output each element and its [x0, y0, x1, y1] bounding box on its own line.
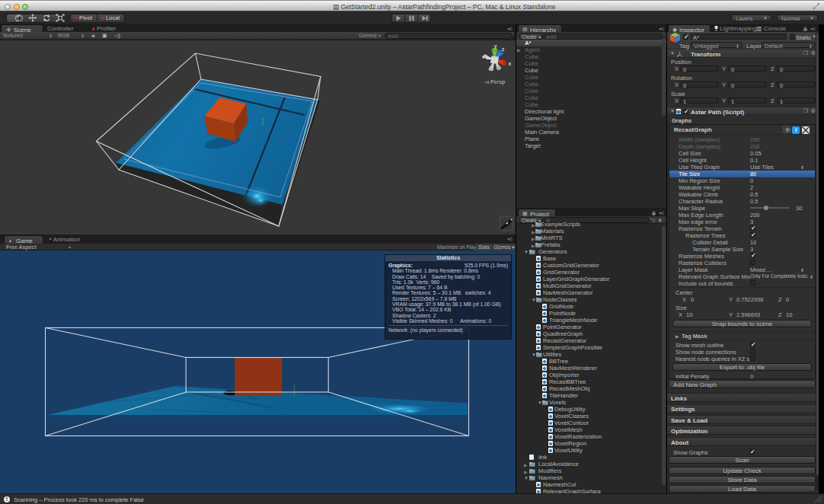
svg-text:y: y [494, 43, 497, 49]
svg-text:◅ Persp: ◅ Persp [484, 79, 506, 85]
svg-text:x: x [509, 61, 512, 66]
